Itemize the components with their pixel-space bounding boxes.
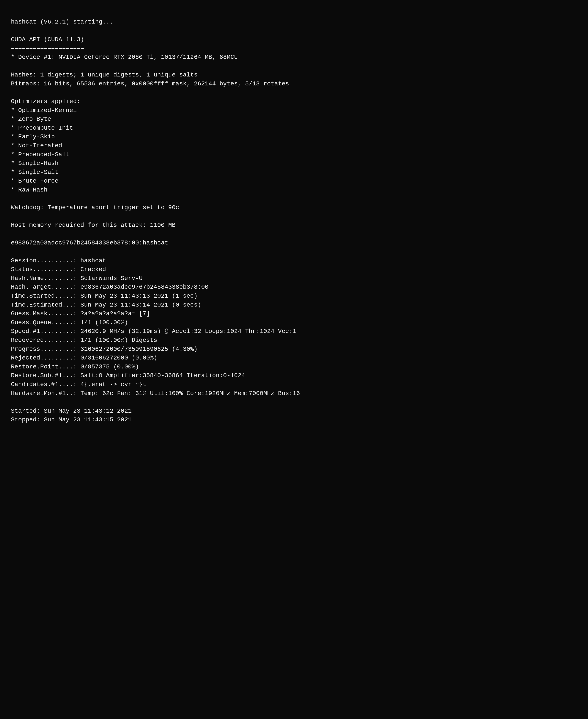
line-1: hashcat (v6.2.1) starting...	[11, 18, 577, 26]
line-4: * Device #1: NVIDIA GeForce RTX 2080 Ti,…	[11, 53, 577, 62]
line-blank-2	[11, 62, 577, 71]
line-16: * Brute-Force	[11, 177, 577, 186]
line-19: Host memory required for this attack: 11…	[11, 221, 577, 230]
line-22: Status...........: Cracked	[11, 265, 577, 274]
line-3: ====================	[11, 44, 577, 53]
line-17: * Raw-Hash	[11, 186, 577, 194]
line-25: Time.Started.....: Sun May 23 11:43:13 2…	[11, 292, 577, 301]
line-10: * Precompute-Init	[11, 124, 577, 133]
line-29: Speed.#1.........: 24620.9 MH/s (32.19ms…	[11, 327, 577, 336]
line-33: Restore.Point....: 0/857375 (0.00%)	[11, 363, 577, 371]
line-15: * Single-Salt	[11, 168, 577, 177]
line-32: Rejected.........: 0/31606272000 (0.00%)	[11, 354, 577, 363]
line-35: Candidates.#1....: 4{,erat -> cyr ~}t	[11, 380, 577, 389]
line-blank-8	[11, 398, 577, 407]
line-blank-5	[11, 212, 577, 221]
line-28: Guess.Queue......: 1/1 (100.00%)	[11, 318, 577, 327]
line-18: Watchdog: Temperature abort trigger set …	[11, 203, 577, 212]
line-23: Hash.Name........: SolarWinds Serv-U	[11, 274, 577, 283]
line-blank-4	[11, 194, 577, 203]
line-34: Restore.Sub.#1...: Salt:0 Amplifier:3584…	[11, 371, 577, 380]
terminal-output: hashcat (v6.2.1) starting...CUDA API (CU…	[11, 9, 577, 425]
line-5: Hashes: 1 digests; 1 unique digests, 1 u…	[11, 70, 577, 80]
line-13: * Prepended-Salt	[11, 150, 577, 159]
line-36: Hardware.Mon.#1..: Temp: 62c Fan: 31% Ut…	[11, 389, 577, 398]
line-14: * Single-Hash	[11, 159, 577, 168]
line-31: Progress.........: 31606272000/735091890…	[11, 345, 577, 354]
line-24: Hash.Target......: e983672a03adcc9767b24…	[11, 283, 577, 292]
line-6: Bitmaps: 16 bits, 65536 entries, 0x0000f…	[11, 80, 577, 88]
line-2: CUDA API (CUDA 11.3)	[11, 35, 577, 44]
line-37: Started: Sun May 23 11:43:12 2021	[11, 407, 577, 416]
line-7: Optimizers applied:	[11, 97, 577, 106]
line-27: Guess.Mask.......: ?a?a?a?a?a?a?at [7]	[11, 309, 577, 318]
line-12: * Not-Iterated	[11, 141, 577, 150]
line-26: Time.Estimated...: Sun May 23 11:43:14 2…	[11, 301, 577, 310]
line-38: Stopped: Sun May 23 11:43:15 2021	[11, 415, 577, 425]
line-blank-3	[11, 88, 577, 97]
line-blank-6	[11, 230, 577, 239]
line-blank-7	[11, 247, 577, 256]
line-11: * Early-Skip	[11, 132, 577, 141]
line-30: Recovered........: 1/1 (100.00%) Digests	[11, 336, 577, 345]
line-8: * Optimized-Kernel	[11, 106, 577, 115]
line-blank-1	[11, 26, 577, 35]
line-20: e983672a03adcc9767b24584338eb378:00:hash…	[11, 239, 577, 247]
line-9: * Zero-Byte	[11, 115, 577, 124]
line-21: Session..........: hashcat	[11, 256, 577, 265]
